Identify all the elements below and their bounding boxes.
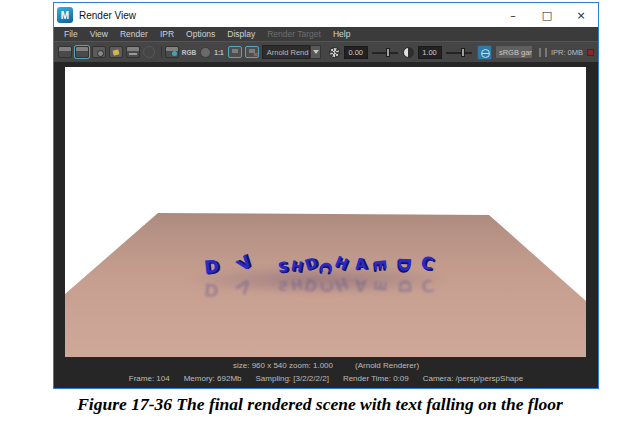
refresh-render-icon[interactable]	[165, 46, 179, 58]
pause-ipr-icon	[143, 46, 155, 58]
menu-render-target: Render Target	[261, 29, 327, 39]
page: M Render View – □ × File View Render IPR…	[0, 0, 640, 427]
keep-image-icon[interactable]	[228, 46, 242, 58]
colorspace-dropdown[interactable]: sRGB gamm	[495, 45, 533, 59]
scene-letter-reflection: C	[317, 281, 333, 294]
gamma-slider-track	[446, 52, 472, 54]
gamma-contrast-icon	[403, 47, 414, 58]
renderer-dropdown[interactable]: Arnold Renderer	[262, 45, 310, 59]
menu-help[interactable]: Help	[327, 29, 356, 39]
rgb-channels-icon[interactable]: RGB	[182, 49, 196, 56]
render-settings-wheel-icon[interactable]	[329, 47, 340, 58]
render-time-label: Render Time: 0:09	[343, 374, 409, 383]
redo-render-icon[interactable]	[58, 46, 72, 58]
ipr-memory-label: IPR: 0MB	[551, 48, 583, 57]
snapshot-icon[interactable]	[92, 46, 106, 58]
menu-file[interactable]: File	[58, 29, 84, 39]
real-size-icon[interactable]: 1:1	[214, 49, 223, 56]
renderer-name-label: (Arnold Renderer)	[355, 361, 419, 370]
figure-caption: Figure 17-36 The final rendered scene wi…	[0, 394, 640, 415]
render-content-area: DVSHDCHAEDC DVSHDCHAEDC size: 960 x 540 …	[54, 62, 598, 388]
status-line-render-stats: Frame: 104 Memory: 692Mb Sampling: [3/2/…	[54, 374, 598, 383]
scene-letter: H	[290, 258, 304, 274]
scene-letter: D	[203, 257, 220, 276]
color-management-toggle[interactable]	[477, 45, 492, 60]
sampling-label: Sampling: [3/2/2/2/2]	[256, 374, 329, 383]
gamma-slider[interactable]	[446, 46, 472, 59]
close-button[interactable]: ×	[564, 3, 598, 27]
scene-letter-reflection: S	[277, 279, 289, 294]
frame-label: Frame: 104	[129, 374, 170, 383]
memory-label: Memory: 692Mb	[184, 374, 242, 383]
scene-letter-reflection: A	[354, 277, 367, 293]
toolbar: RGB 1:1 Arnold Renderer 0.00 1.00 sRGB g…	[54, 41, 598, 62]
render-region-icon[interactable]	[75, 46, 89, 58]
ipr-render-icon[interactable]	[109, 46, 123, 58]
scene-letter: E	[371, 259, 388, 272]
scene-letter-reflection: D	[395, 279, 412, 294]
exposure-field[interactable]: 0.00	[344, 46, 368, 59]
render-view-window: M Render View – □ × File View Render IPR…	[53, 2, 599, 389]
maya-app-icon: M	[57, 7, 73, 23]
maximize-button[interactable]: □	[530, 3, 564, 27]
exposure-slider-handle[interactable]	[386, 48, 390, 57]
minimize-button[interactable]: –	[496, 3, 530, 27]
status-line-size: size: 960 x 540 zoom: 1.000 (Arnold Rend…	[54, 361, 598, 370]
scene-letter: C	[317, 261, 333, 274]
window-controls: – □ ×	[496, 3, 598, 27]
menu-options[interactable]: Options	[180, 29, 221, 39]
toolbar-separator	[161, 46, 162, 58]
gamma-slider-handle[interactable]	[461, 48, 465, 57]
remove-image-icon[interactable]	[245, 46, 259, 58]
menu-display[interactable]: Display	[221, 29, 261, 39]
floor-plane	[65, 67, 586, 357]
scene-letter-reflection: E	[371, 280, 388, 293]
alpha-channel-icon[interactable]	[200, 47, 211, 58]
exposure-slider-track	[372, 52, 398, 54]
ipr-memory-indicator	[587, 49, 594, 56]
image-size-zoom-label: size: 960 x 540 zoom: 1.000	[233, 361, 333, 370]
title-bar: M Render View – □ ×	[54, 3, 598, 27]
menu-ipr[interactable]: IPR	[154, 29, 180, 39]
scene-letter-reflection: D	[203, 280, 220, 299]
menu-view[interactable]: View	[84, 29, 114, 39]
exposure-slider[interactable]	[372, 46, 398, 59]
scene-letter: A	[354, 257, 367, 273]
gamma-field[interactable]: 1.00	[418, 46, 442, 59]
renderer-dropdown-arrow-icon[interactable]	[310, 45, 321, 59]
render-sequence-icon[interactable]	[126, 46, 140, 58]
window-title: Render View	[79, 10, 136, 21]
pause-icon[interactable]	[539, 48, 547, 57]
scene-letter: S	[277, 260, 289, 275]
menu-bar: File View Render IPR Options Display Ren…	[54, 27, 598, 41]
rendered-image[interactable]: DVSHDCHAEDC DVSHDCHAEDC	[65, 67, 586, 357]
scene-letter: D	[395, 257, 412, 272]
menu-render[interactable]: Render	[114, 29, 154, 39]
camera-label: Camera: /persp/perspShape	[423, 374, 524, 383]
